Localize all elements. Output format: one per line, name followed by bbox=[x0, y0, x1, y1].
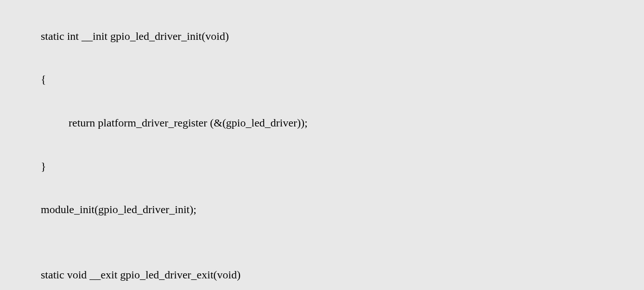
code-line: return platform_driver_register (&(gpio_… bbox=[41, 112, 644, 134]
code-line: } bbox=[41, 156, 644, 177]
code-line: { bbox=[41, 69, 644, 90]
code-block: static int __init gpio_led_driver_init(v… bbox=[0, 0, 644, 290]
code-line: static int __init gpio_led_driver_init(v… bbox=[41, 25, 644, 47]
code-line: module_init(gpio_led_driver_init); bbox=[41, 199, 644, 221]
code-line: static void __exit gpio_led_driver_exit(… bbox=[41, 264, 644, 286]
